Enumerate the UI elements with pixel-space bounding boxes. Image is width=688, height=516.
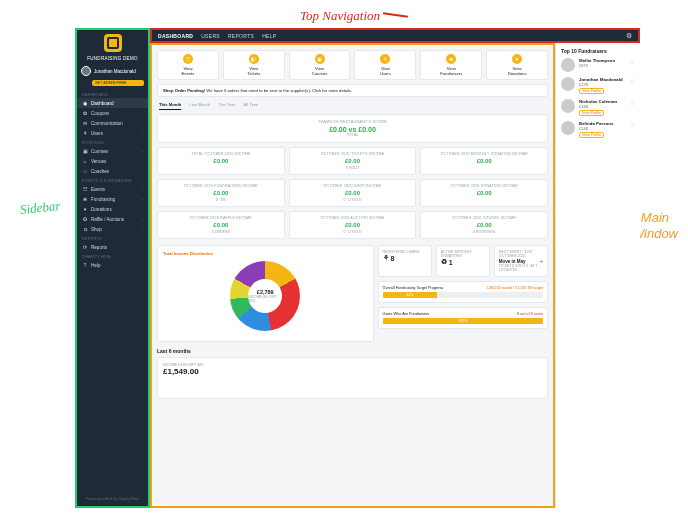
kpi-next-event[interactable]: NEXT EVENT · 31ST OCTOBER 2020 Move in M… (494, 245, 548, 277)
nav-label: Shop (91, 227, 102, 232)
stat-card: OCTOBER 2020 MONTHLY DONATION INCOME£0.0… (420, 147, 548, 175)
chevron-right-icon: › (142, 131, 143, 136)
tab-last-month[interactable]: Last Month (189, 102, 210, 110)
sidebar-item-venues[interactable]: ⌂Venues (77, 156, 148, 166)
star-icon[interactable]: ☆ (630, 77, 635, 84)
tab-this-month[interactable]: This Month (159, 102, 181, 110)
powered-by: Powered with ♥ by Charity Hive (77, 492, 148, 506)
fundraiser-amount: £975 (579, 63, 626, 68)
view-profile-badge[interactable]: View Profile (579, 132, 604, 138)
nav-label: Donations (91, 207, 112, 212)
nav-section-heading: CHARITY HIVE (77, 252, 148, 260)
sidebar-item-events[interactable]: ☷Events› (77, 184, 148, 194)
sidebar-item-raffle-auctions[interactable]: ✪Raffle / Auctions› (77, 214, 148, 224)
recurring-icon: ♻ (441, 258, 447, 266)
quick-view-donations[interactable]: ♥ViewDonations (486, 50, 548, 80)
view-profile-badge[interactable]: View Profile (579, 88, 604, 94)
star-icon[interactable]: ☆ (630, 121, 635, 128)
fundraiser-amount: £160 (579, 104, 626, 109)
star-icon[interactable]: ☆ (630, 58, 635, 65)
stat-value: £0.00 (294, 158, 412, 164)
stat-label: OCTOBER 2020 TICKETS INCOME (294, 152, 412, 156)
sidebar-item-users[interactable]: ⚘Users› (77, 128, 148, 138)
quick-label: ViewEvents (160, 66, 216, 76)
sidebar-item-help[interactable]: ?Help (77, 260, 148, 270)
top-fundraisers-heading: Top 10 Fundraisers (561, 48, 635, 54)
donut-title: Total Income Distribution (163, 251, 368, 256)
tab-all-time[interactable]: All Time (244, 102, 259, 110)
sidebar-item-courses[interactable]: ▣Courses› (77, 146, 148, 156)
sidebar-item-dashboard[interactable]: ◉Dashboard (77, 98, 148, 108)
sidebar-item-reports[interactable]: ⟳Reports (77, 242, 148, 252)
summary-sub: TOTAL (163, 133, 542, 137)
topnav-dashboard[interactable]: DASHBOARD (158, 33, 193, 39)
stat-value: £0.00 (162, 190, 280, 196)
quick-actions-row: ☷ViewEvents◧ViewTickets▣ViewCourses⚘View… (157, 50, 548, 80)
progress-label: Users Who Are Fundraisers (383, 312, 430, 316)
sidebar-item-communication[interactable]: ✉Communication (77, 118, 148, 128)
quick-view-events[interactable]: ☷ViewEvents (157, 50, 219, 80)
stat-label: OCTOBER 2020 AUCTION INCOME (294, 216, 412, 220)
annotation-sidebar: Sidebar (19, 198, 61, 218)
tab-this-year[interactable]: This Year (218, 102, 235, 110)
last6-heading: Last 6 months (157, 348, 548, 354)
users-icon: ⚘ (383, 254, 389, 262)
quick-view-tickets[interactable]: ◧ViewTickets (223, 50, 285, 80)
shop-order-alert[interactable]: Shop Order Pending! We have 5 orders tha… (157, 84, 548, 97)
nav-label: Reports (91, 245, 107, 250)
quick-view-users[interactable]: ⚘ViewUsers (354, 50, 416, 80)
topnav-reports[interactable]: REPORTS (228, 33, 254, 39)
settings-gear-icon[interactable]: ⚙ (626, 32, 632, 40)
stat-value: £0.00 (294, 222, 412, 228)
quick-label: ViewTickets (226, 66, 282, 76)
stat-value: £0.00 (425, 222, 543, 228)
fundraiser-row[interactable]: Mollie Thompson£975☆ (561, 58, 635, 72)
topnav-users[interactable]: USERS (201, 33, 220, 39)
quick-view-fundraisers[interactable]: ❀ViewFundraisers (420, 50, 482, 80)
stat-value: £0.00 (294, 190, 412, 196)
stat-label: TOTAL OCTOBER 2020 INCOME (162, 152, 280, 156)
fundraiser-row[interactable]: Belinda Parsons£140View Profile☆ (561, 121, 635, 138)
income-distribution-card: Total Income Distribution £2,789 INCOME … (157, 245, 374, 342)
stat-sub: 0 · 0 SOLD (294, 230, 412, 234)
nav-label: Courses (91, 149, 108, 154)
nav-section-heading: DASHBOARD (77, 90, 148, 98)
star-icon[interactable]: ☆ (630, 99, 635, 106)
go-icon[interactable]: ➜ (539, 258, 543, 264)
fundraiser-row[interactable]: Jonathan Macdonald£220View Profile☆ (561, 77, 635, 94)
alert-bold: Shop Order Pending! (163, 88, 205, 93)
view-profile-badge[interactable]: View Profile (579, 110, 604, 116)
user-role-badge[interactable]: SET ADMIN FREE (92, 80, 144, 86)
brand-name: FUNDRAISING DEMO (77, 56, 148, 61)
donut-center-sub: INCOME (EX GIFT AID) (248, 295, 282, 303)
summary-value: £0.00 vs £0.00 (163, 126, 542, 133)
sidebar-item-coaches[interactable]: ☺Coaches (77, 166, 148, 176)
stat-card: OCTOBER 2020 AUCTION INCOME£0.000 · 0 SO… (289, 211, 417, 239)
summary-label: TEAMS VS RESTAURANT'S SCORE (163, 120, 542, 124)
avatar-icon (561, 58, 575, 72)
sidebar-item-shop[interactable]: ⧉Shop› (77, 224, 148, 234)
nav-label: Coupons (91, 111, 109, 116)
stat-label: OCTOBER 2020 MONTHLY DONATION INCOME (425, 152, 543, 156)
top-navigation: DASHBOARDUSERSREPORTSHELP ⚙ (150, 28, 640, 43)
topnav-help[interactable]: HELP (262, 33, 276, 39)
donut-chart: £2,789 INCOME (EX GIFT AID) (230, 261, 300, 331)
last6-value: £1,549.00 (163, 367, 542, 376)
nav-label: Raffle / Auctions (91, 217, 124, 222)
fundraiser-row[interactable]: Nicholas Coleman£160View Profile☆ (561, 99, 635, 116)
stat-label: OCTOBER 2020 FUNDRAISING INCOME (162, 184, 280, 188)
nav-label: Venues (91, 159, 106, 164)
sidebar-item-donations[interactable]: ♥Donations (77, 204, 148, 214)
current-user[interactable]: Jonathan Macdonald (77, 64, 148, 78)
nav-label: Coaches (91, 169, 109, 174)
nav-label: Users (91, 131, 103, 136)
nav-icon: ◉ (82, 100, 88, 106)
sidebar-item-fundraising[interactable]: ❀Fundraising› (77, 194, 148, 204)
annotation-top-nav: Top Navigation (300, 8, 408, 24)
quick-view-courses[interactable]: ▣ViewCourses (289, 50, 351, 80)
nav-icon: ✪ (82, 216, 88, 222)
sidebar-item-coupons[interactable]: ✿Coupons (77, 108, 148, 118)
kpi-value: 8 (391, 255, 395, 262)
stat-sub: 0 BOOKINGS (425, 230, 543, 234)
nav-label: Communication (91, 121, 123, 126)
